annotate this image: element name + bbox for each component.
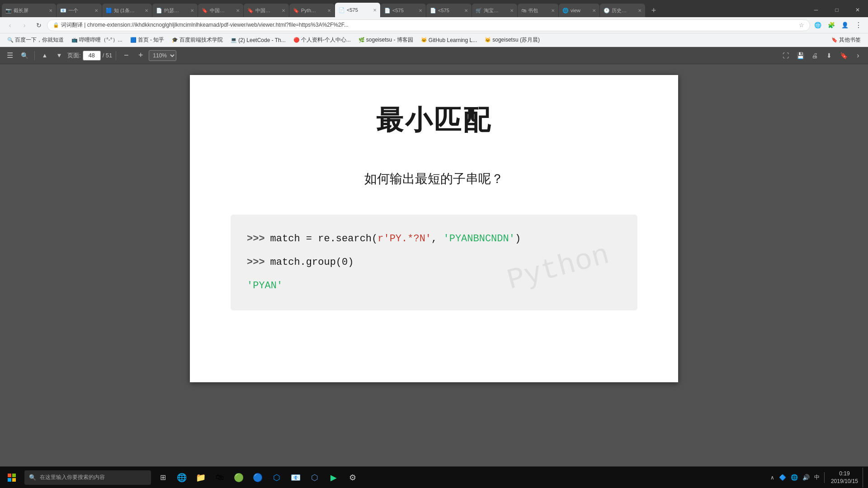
pdf-bookmark[interactable]: 🔖 [837,49,850,62]
taskbar-icon-vscode[interactable]: ⬡ [268,468,286,488]
bookmark-baidu-edu-favicon: 🎓 [172,37,178,43]
bookmark-bilibili[interactable]: 📺 哔哩哔哩（°-°）... [68,35,126,46]
tab-3[interactable]: 🟦 知 (1条… ✕ [102,4,152,17]
taskbar-icon-mail[interactable]: 📧 [287,468,305,488]
tab-4[interactable]: 📄 约瑟… ✕ [152,4,198,17]
tab-favicon-9: 📄 [384,8,391,14]
tab-close-3[interactable]: ✕ [145,8,148,13]
pdf-print[interactable]: 🖨 [808,49,821,62]
tray-ime[interactable]: 中 [812,474,821,481]
taskbar-icon-edge[interactable]: 🌐 [173,468,191,488]
bookmark-zhihu[interactable]: 🟦 首页 - 知乎 [127,35,168,46]
tab-close-9[interactable]: ✕ [419,8,422,13]
taskbar-icon-ubuntu[interactable]: 🔵 [249,468,267,488]
clock-time: 0:19 [831,470,858,478]
bookmark-sogeisetsu[interactable]: 🌿 sogeisetsu - 博客园 [355,35,417,46]
pdf-save[interactable]: 💾 [794,49,807,62]
bookmark-leetcode-favicon: 💻 [231,37,237,43]
tab-close-7[interactable]: ✕ [327,8,331,13]
taskbar-icon-chrome[interactable]: 🟢 [230,468,248,488]
tab-close-8[interactable]: ✕ [373,8,377,13]
maximize-button[interactable]: □ [826,3,847,17]
taskbar-icon-settings[interactable]: ⚙ [344,468,362,488]
tab-close-4[interactable]: ✕ [190,8,194,13]
taskbar-search-bar[interactable]: 🔍 在这里输入你要搜索的内容 [24,470,151,485]
bookmark-github[interactable]: 🐱 GitHub Learning L... [417,35,481,46]
tab-13[interactable]: 🌐 view ✕ [559,4,599,17]
pdf-fit-page[interactable]: ⛶ [779,49,792,62]
taskbar-search-placeholder: 在这里输入你要搜索的内容 [40,474,105,481]
taskbar-icon-store[interactable]: 🛍 [211,468,229,488]
bookmark-profile[interactable]: 🔴 个人资料-个人中心... [290,35,354,46]
pdf-search-btn[interactable]: 🔍 [18,49,31,62]
tab-10[interactable]: 📄 <575 ✕ [426,4,472,17]
taskbar-icon-powershell[interactable]: ⬡ [306,468,324,488]
tab-7[interactable]: 🔖 Pyth… ✕ [289,4,335,17]
tab-favicon-14: 🕐 [604,8,610,14]
tray-network[interactable]: 🌐 [789,474,800,481]
tab-close-12[interactable]: ✕ [551,8,555,13]
taskbar-icon-pycharm[interactable]: ▶ [325,468,343,488]
close-button[interactable]: ✕ [847,3,868,17]
pdf-more[interactable]: › [852,49,864,62]
forward-button[interactable]: › [18,19,31,32]
tab-close-1[interactable]: ✕ [49,8,52,13]
tray-bluetooth[interactable]: 🔷 [777,474,788,481]
tab-2[interactable]: 📧 一个 ✕ [57,4,102,17]
tab-1[interactable]: 📷 截长屏 ✕ [2,4,56,17]
pdf-next-page[interactable]: ▼ [53,49,66,62]
tab-label-8: <575 [347,7,371,13]
tab-close-10[interactable]: ✕ [464,8,468,13]
taskbar-icon-task-view[interactable]: ⊞ [154,468,172,488]
taskbar-icon-explorer[interactable]: 📁 [192,468,210,488]
tab-14[interactable]: 🕐 历史… ✕ [600,4,645,17]
pdf-prev-page[interactable]: ▲ [38,49,51,62]
tray-volume[interactable]: 🔊 [801,474,811,481]
bookmark-baidu[interactable]: 🔍 百度一下，你就知道 [4,35,67,46]
tab-9[interactable]: 📄 <575 ✕ [381,4,426,17]
pdf-zoom-in[interactable]: + [134,49,147,62]
profile-icon[interactable]: 👤 [839,19,851,31]
pdf-zoom-out[interactable]: − [120,49,132,62]
reload-button[interactable]: ↻ [33,19,45,32]
bookmark-baidu-edu[interactable]: 🎓 百度前端技术学院 [168,35,226,46]
pdf-download[interactable]: ⬇ [823,49,835,62]
tray-expand[interactable]: ∧ [769,474,776,481]
star-icon[interactable]: ☆ [799,22,804,28]
tab-8-active[interactable]: 📄 <575 ✕ [335,3,380,17]
menu-button[interactable]: ⋮ [853,19,864,31]
tab-6[interactable]: 🔖 中国… ✕ [244,4,289,17]
bookmark-github-label: GitHub Learning L... [429,37,477,43]
tab-close-6[interactable]: ✕ [282,8,285,13]
tab-label-10: <575 [438,8,462,13]
translate-icon[interactable]: 🌐 [812,19,824,31]
start-button[interactable] [2,468,22,488]
tab-close-14[interactable]: ✕ [638,8,642,13]
bookmark-leetcode[interactable]: 💻 (2) LeetCode - Th... [227,35,289,46]
clock[interactable]: 0:19 2019/10/15 [827,470,862,485]
bookmark-sogeisetsu2[interactable]: 🐱 sogeisetsu (苏月晨) [481,35,543,46]
extensions-icon[interactable]: 🧩 [826,19,837,31]
minimize-button[interactable]: ─ [806,3,826,17]
page-input[interactable] [83,51,101,61]
tab-close-5[interactable]: ✕ [236,8,240,13]
tab-close-2[interactable]: ✕ [94,8,98,13]
tab-label-1: 截长屏 [14,7,47,14]
bookmark-other[interactable]: 🔖 其他书签 [828,35,864,46]
pdf-zoom-select[interactable]: 110% 75% 100% 125% 150% [149,50,176,61]
tab-close-13[interactable]: ✕ [592,8,596,13]
tab-5[interactable]: 🔖 中国… ✕ [198,4,243,17]
bookmark-profile-favicon: 🔴 [293,37,300,43]
code-text-2: match.group(0) [270,253,354,272]
pdf-sidebar-toggle[interactable]: ☰ [4,49,16,62]
url-bar[interactable]: 🔒 词词翻译 | chrome-extension://ikhdkkncnogl… [47,19,810,31]
back-button[interactable]: ‹ [4,19,16,32]
tab-12[interactable]: 🛍 书包 ✕ [518,4,558,17]
tab-label-3: 知 (1条… [114,7,143,14]
tab-11[interactable]: 🛒 淘宝… ✕ [472,4,517,17]
pdf-toolbar-divider-1 [34,51,35,60]
new-tab-button[interactable]: + [646,4,661,17]
tab-close-11[interactable]: ✕ [510,8,514,13]
show-desktop[interactable] [863,468,866,488]
tab-favicon-8: 📄 [339,7,345,13]
